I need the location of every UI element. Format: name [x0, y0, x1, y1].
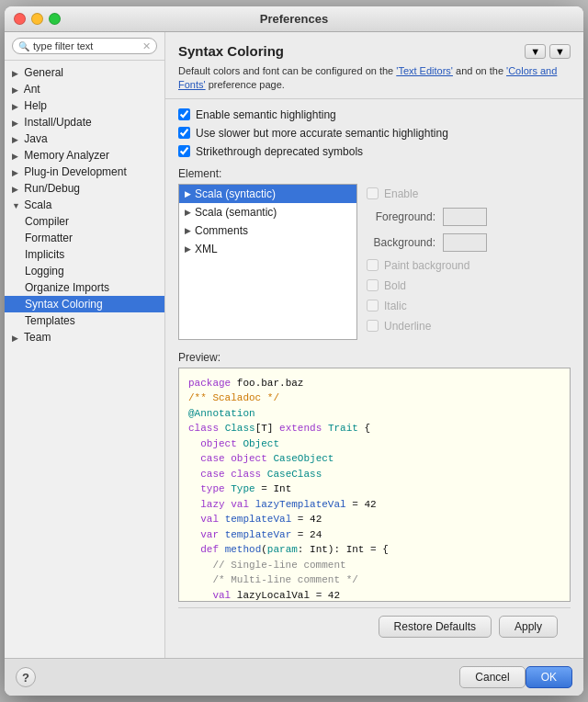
description-text: Default colors and font can be configure… [178, 64, 571, 93]
sidebar-item-ant[interactable]: ▶ Ant [5, 81, 164, 97]
preview-box: package foo.bar.baz /** Scaladoc */ @Ann… [178, 368, 571, 602]
strikethrough-row: Strikethrough deprecated symbols [178, 145, 571, 158]
code-line: object Object [188, 436, 560, 452]
titlebar: Preferences [5, 6, 583, 32]
sidebar-item-compiler[interactable]: Compiler [5, 213, 164, 230]
element-scala-semantic[interactable]: ▶ Scala (semantic) [179, 203, 356, 221]
minimize-button[interactable] [31, 13, 43, 25]
code-line: type Type = Int [188, 481, 560, 497]
sidebar-item-syntax-coloring[interactable]: Syntax Coloring [5, 296, 164, 312]
sidebar-item-general[interactable]: ▶ General [5, 64, 164, 81]
main-content: Syntax Coloring ▼ ▼ Default colors and f… [165, 32, 583, 658]
enable-semantic-row: Enable semantic highlighting [178, 108, 571, 121]
sidebar-item-implicits[interactable]: Implicits [5, 246, 164, 263]
sidebar-item-plugin-development[interactable]: ▶ Plug-in Development [5, 164, 164, 180]
sidebar: 🔍 ✕ ▶ General ▶ Ant ▶ Help ▶ Install/Upd… [5, 32, 165, 658]
sidebar-item-java[interactable]: ▶ Java [5, 130, 164, 147]
foreground-color-box[interactable] [443, 208, 487, 226]
expand-arrow-icon: ▶ [185, 244, 191, 254]
code-line: /* Multi-line comment */ [188, 572, 560, 588]
sidebar-item-formatter[interactable]: Formatter [5, 230, 164, 246]
header-menu-btn[interactable]: ▼ [549, 44, 571, 59]
sidebar-item-memory-analyzer[interactable]: ▶ Memory Analyzer [5, 147, 164, 164]
window-bottom: ? Cancel OK [5, 658, 583, 696]
code-line: val lazyLocalVal = 42 [188, 588, 560, 602]
sidebar-item-logging[interactable]: Logging [5, 263, 164, 279]
element-list[interactable]: ▶ Scala (syntactic) ▶ Scala (semantic) ▶… [178, 184, 357, 340]
ok-button[interactable]: OK [526, 666, 572, 688]
maximize-button[interactable] [49, 13, 61, 25]
italic-row: Italic [367, 300, 487, 312]
cancel-button[interactable]: Cancel [459, 666, 525, 688]
strikethrough-checkbox[interactable] [178, 145, 190, 157]
enable-row: Enable [367, 187, 487, 200]
color-controls: Enable Foreground: Background: [367, 184, 487, 333]
element-label-comments: Comments [195, 224, 248, 237]
code-line: /** Scaladoc */ [188, 391, 560, 406]
search-wrap[interactable]: 🔍 ✕ [12, 38, 157, 54]
bold-checkbox[interactable] [367, 279, 379, 291]
element-label-syntactic: Scala (syntactic) [195, 187, 276, 200]
code-line: val templateVal = 42 [188, 512, 560, 527]
bold-row: Bold [367, 279, 487, 292]
enable-checkbox[interactable] [367, 187, 379, 199]
background-label: Background: [367, 236, 435, 249]
help-button[interactable]: ? [16, 667, 36, 687]
preferences-window: Preferences 🔍 ✕ ▶ General ▶ Ant ▶ Help ▶… [5, 6, 583, 696]
search-icon: 🔍 [18, 41, 29, 51]
italic-label: Italic [384, 300, 407, 312]
close-button[interactable] [14, 13, 26, 25]
code-line: package foo.bar.baz [188, 376, 560, 391]
content-body: Enable semantic highlighting Use slower … [165, 99, 583, 658]
expand-arrow-icon: ▶ [185, 189, 191, 198]
tree-nav: ▶ General ▶ Ant ▶ Help ▶ Install/Update … [5, 61, 164, 658]
code-line: // Single-line comment [188, 558, 560, 573]
element-label-xml: XML [195, 243, 218, 255]
background-color-box[interactable] [443, 233, 487, 252]
paint-background-checkbox[interactable] [367, 259, 379, 271]
sidebar-item-scala[interactable]: ▼ Scala [5, 197, 164, 213]
search-input[interactable] [33, 40, 139, 51]
content-header: Syntax Coloring ▼ ▼ Default colors and f… [165, 32, 583, 99]
code-line: var templateVar = 24 [188, 527, 560, 543]
search-clear-icon[interactable]: ✕ [142, 41, 151, 51]
use-slower-checkbox[interactable] [178, 127, 190, 139]
underline-checkbox[interactable] [367, 320, 379, 332]
code-line: @Annotation [188, 406, 560, 422]
enable-semantic-label: Enable semantic highlighting [196, 108, 336, 121]
enable-semantic-checkbox[interactable] [178, 108, 190, 120]
italic-checkbox[interactable] [367, 300, 379, 311]
restore-defaults-button[interactable]: Restore Defaults [379, 616, 492, 638]
enable-label: Enable [384, 187, 418, 200]
expand-arrow-icon: ▶ [185, 226, 191, 235]
code-line: class Class[T] extends Trait { [188, 421, 560, 436]
colors-fonts-link[interactable]: 'Colors and Fonts' [178, 65, 557, 90]
header-dropdown-btn[interactable]: ▼ [525, 44, 546, 59]
background-row: Background: [367, 233, 487, 252]
sidebar-item-organize-imports[interactable]: Organize Imports [5, 279, 164, 296]
header-controls: ▼ ▼ [525, 44, 571, 59]
sidebar-item-templates[interactable]: Templates [5, 312, 164, 329]
text-editors-link[interactable]: 'Text Editors' [396, 65, 453, 76]
expand-arrow-icon: ▶ [185, 208, 191, 217]
use-slower-row: Use slower but more accurate semantic hi… [178, 127, 571, 140]
code-line: def method(param: Int): Int = { [188, 542, 560, 558]
element-comments[interactable]: ▶ Comments [179, 221, 356, 240]
sidebar-item-team[interactable]: ▶ Team [5, 329, 164, 345]
bold-label: Bold [384, 279, 406, 292]
sidebar-item-help[interactable]: ▶ Help [5, 97, 164, 114]
element-xml[interactable]: ▶ XML [179, 240, 356, 258]
element-section: Element: ▶ Scala (syntactic) ▶ Scala (se… [178, 167, 571, 340]
apply-button[interactable]: Apply [499, 616, 558, 638]
sidebar-item-run-debug[interactable]: ▶ Run/Debug [5, 180, 164, 197]
sidebar-item-install-update[interactable]: ▶ Install/Update [5, 114, 164, 130]
code-line: lazy val lazyTemplateVal = 42 [188, 497, 560, 513]
paint-background-row: Paint background [367, 259, 487, 272]
element-scala-syntactic[interactable]: ▶ Scala (syntactic) [179, 185, 356, 203]
content-title: Syntax Coloring [178, 43, 284, 59]
title-row: Syntax Coloring ▼ ▼ [178, 43, 571, 59]
foreground-label: Foreground: [367, 210, 435, 223]
element-label: Element: [178, 167, 571, 180]
preview-label: Preview: [178, 351, 571, 364]
code-line: case object CaseObject [188, 451, 560, 467]
